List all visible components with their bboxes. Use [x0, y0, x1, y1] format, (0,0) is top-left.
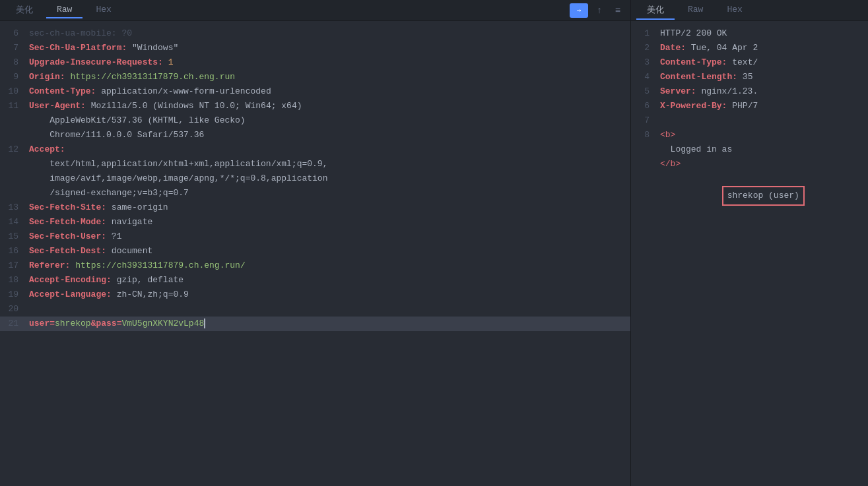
left-code-lines: 6 sec-ch-ua-mobile: ?0 7 Sec-Ch-Ua-Platf…	[0, 21, 630, 336]
line-number: 13	[0, 200, 25, 215]
line-number: 7	[0, 41, 25, 55]
line-number: 18	[0, 273, 25, 288]
line-content: User-Agent: Mozilla/5.0 (Windows NT 10.0…	[25, 99, 630, 113]
code-line: 4 Content-Length: 35	[631, 70, 868, 84]
line-content: Sec-Fetch-User: ?1	[25, 229, 630, 244]
line-content: Date: Tue, 04 Apr 2	[656, 41, 868, 55]
line-content: Content-Type: application/x-www-form-url…	[25, 84, 630, 99]
line-number: 17	[0, 258, 25, 273]
line-content: Sec-Ch-Ua-Platform: "Windows"	[25, 41, 630, 55]
line-number: 6	[631, 99, 656, 113]
tab-actions-left: ⇒ ↑ ≡	[570, 3, 625, 18]
line-number: 3	[631, 55, 656, 70]
code-line: 11 User-Agent: Mozilla/5.0 (Windows NT 1…	[0, 99, 630, 113]
code-line: 19 Accept-Language: zh-CN,zh;q=0.9	[0, 288, 630, 302]
line-content: Content-Length: 35	[656, 70, 868, 84]
code-line: AppleWebKit/537.36 (KHTML, like Gecko)	[0, 113, 630, 128]
code-line: 18 Accept-Encoding: gzip, deflate	[0, 273, 630, 288]
line-number: 15	[0, 229, 25, 244]
line-content: Sec-Fetch-Dest: document	[25, 244, 630, 258]
code-line: text/html,application/xhtml+xml,applicat…	[0, 157, 630, 171]
code-line: 1 HTTP/2 200 OK	[631, 26, 868, 41]
tab-raw-right[interactable]: Raw	[677, 2, 714, 18]
line-number: 9	[0, 70, 25, 84]
line-number	[631, 142, 656, 157]
line-content: Sec-Fetch-Site: same-origin	[25, 200, 630, 215]
code-line: 3 Content-Type: text/	[631, 55, 868, 70]
line-content: </b>	[656, 157, 868, 171]
up-icon[interactable]: ↑	[592, 3, 607, 18]
tab-beautify-right[interactable]: 美化	[636, 1, 675, 20]
line-number: 10	[0, 84, 25, 99]
line-content: /signed-exchange;v=b3;q=0.7	[25, 186, 630, 200]
line-content: Logged in as	[656, 142, 868, 157]
line-content: Upgrade-Insecure-Requests: 1	[25, 55, 630, 70]
line-number: 11	[0, 99, 25, 113]
left-panel: 美化 Raw Hex ⇒ ↑ ≡ 6 sec-ch-ua-mobile: ?0 …	[0, 0, 630, 486]
code-line: 16 Sec-Fetch-Dest: document	[0, 244, 630, 258]
code-line: 14 Sec-Fetch-Mode: navigate	[0, 215, 630, 229]
code-line: 2 Date: Tue, 04 Apr 2	[631, 41, 868, 55]
line-number: 19	[0, 288, 25, 302]
code-line: shrekop (user)	[631, 171, 868, 220]
line-number: 5	[631, 84, 656, 99]
line-content: user=shrekop&pass=VmU5gnXKYN2vLp48	[25, 317, 630, 331]
tab-hex-right[interactable]: Hex	[716, 2, 752, 18]
line-number: 4	[631, 70, 656, 84]
code-line: 15 Sec-Fetch-User: ?1	[0, 229, 630, 244]
highlighted-value: shrekop (user)	[722, 186, 805, 206]
line-number: 7	[631, 113, 656, 128]
line-content: Accept:	[25, 142, 630, 157]
line-content: AppleWebKit/537.36 (KHTML, like Gecko)	[25, 113, 630, 128]
code-line-selected: 21 user=shrekop&pass=VmU5gnXKYN2vLp48	[0, 317, 630, 331]
menu-icon[interactable]: ≡	[611, 3, 625, 18]
code-line: image/avif,image/webp,image/apng,*/*;q=0…	[0, 171, 630, 186]
line-content: X-Powered-By: PHP/7	[656, 99, 868, 113]
line-number: 1	[631, 26, 656, 41]
code-line: Logged in as	[631, 142, 868, 157]
code-line: 7	[631, 113, 868, 128]
right-code-lines: 1 HTTP/2 200 OK 2 Date: Tue, 04 Apr 2 3 …	[631, 21, 868, 226]
code-line: 5 Server: nginx/1.23.	[631, 84, 868, 99]
line-number: 8	[631, 128, 656, 142]
code-line: 13 Sec-Fetch-Site: same-origin	[0, 200, 630, 215]
code-line: 20	[0, 302, 630, 317]
arrow-btn[interactable]: ⇒	[570, 3, 588, 18]
code-line: 6 sec-ch-ua-mobile: ?0	[0, 26, 630, 41]
line-content: Content-Type: text/	[656, 55, 868, 70]
code-line: 9 Origin: https://ch39313117879.ch.eng.r…	[0, 70, 630, 84]
line-content: Accept-Language: zh-CN,zh;q=0.9	[25, 288, 630, 302]
line-content	[656, 113, 868, 128]
line-number	[0, 157, 25, 171]
code-line: 17 Referer: https://ch39313117879.ch.eng…	[0, 258, 630, 273]
line-content: HTTP/2 200 OK	[656, 26, 868, 41]
main-container: 美化 Raw Hex ⇒ ↑ ≡ 6 sec-ch-ua-mobile: ?0 …	[0, 0, 868, 486]
line-number: 8	[0, 55, 25, 70]
line-number	[0, 186, 25, 200]
line-number	[0, 113, 25, 128]
line-content: Server: nginx/1.23.	[656, 84, 868, 99]
line-content: shrekop (user)	[656, 171, 868, 220]
left-tab-bar: 美化 Raw Hex ⇒ ↑ ≡	[0, 0, 630, 21]
code-line: 7 Sec-Ch-Ua-Platform: "Windows"	[0, 41, 630, 55]
line-number	[0, 171, 25, 186]
tab-beautify-left[interactable]: 美化	[5, 1, 44, 20]
line-number	[0, 128, 25, 142]
line-number	[631, 157, 656, 171]
tab-raw-left[interactable]: Raw	[46, 2, 83, 18]
code-line: 12 Accept:	[0, 142, 630, 157]
code-line: 8 <b>	[631, 128, 868, 142]
line-number: 6	[0, 26, 25, 41]
line-number: 12	[0, 142, 25, 157]
left-code-area: 6 sec-ch-ua-mobile: ?0 7 Sec-Ch-Ua-Platf…	[0, 21, 630, 486]
line-content: Chrome/111.0.0.0 Safari/537.36	[25, 128, 630, 142]
code-line: Chrome/111.0.0.0 Safari/537.36	[0, 128, 630, 142]
line-content: Sec-Fetch-Mode: navigate	[25, 215, 630, 229]
line-content: <b>	[656, 128, 868, 142]
line-number: 14	[0, 215, 25, 229]
tab-hex-left[interactable]: Hex	[85, 2, 121, 18]
line-content: Accept-Encoding: gzip, deflate	[25, 273, 630, 288]
line-content	[25, 302, 630, 317]
line-content: sec-ch-ua-mobile: ?0	[25, 26, 630, 41]
right-code-area: 1 HTTP/2 200 OK 2 Date: Tue, 04 Apr 2 3 …	[631, 21, 868, 486]
